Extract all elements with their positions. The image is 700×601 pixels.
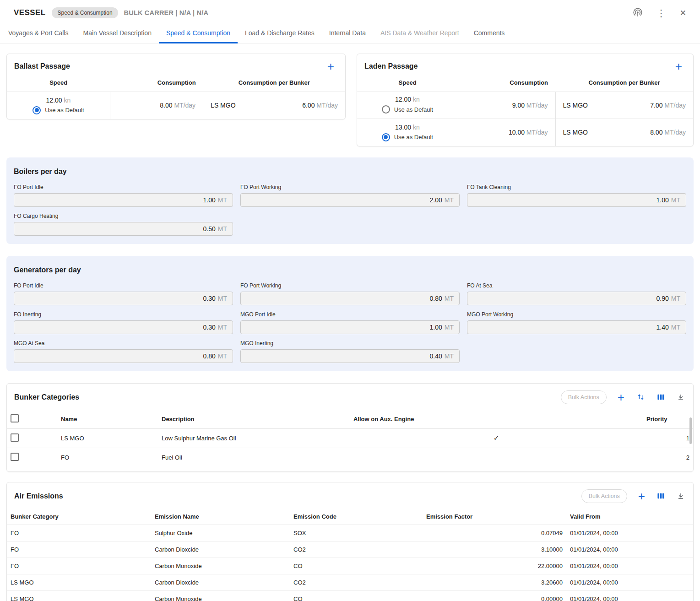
bulk-actions-button[interactable]: Bulk Actions [561,390,607,404]
generators-title: Generators per day [14,266,686,274]
columns-button[interactable] [656,392,666,402]
tab-internal-data[interactable]: Internal Data [322,23,373,43]
air-emission-row: LS MGO Carbon Monoxide CO 0.00000 01/01/… [7,590,693,601]
add-air-emission-button[interactable]: + [637,491,646,502]
use-as-default-radio[interactable]: Use as Default [382,133,433,141]
tab-speed-consumption[interactable]: Speed & Consumption [159,23,238,43]
select-all-checkbox[interactable] [11,414,19,422]
mgo-inerting-input[interactable]: 0.40 MT [240,349,460,363]
air-emission-row: FO Sulphur Oxide SOX 0.07049 01/01/2024,… [7,525,693,541]
radio-icon[interactable] [382,105,390,114]
field-fo-tank-cleaning: FO Tank Cleaning 1.00 MT [467,184,686,207]
column-header-valid-from: Valid From [566,509,693,525]
main-content: Ballast Passage + Speed Consumption Cons… [0,43,700,601]
bulk-actions-button[interactable]: Bulk Actions [581,489,627,503]
download-button[interactable] [676,491,686,501]
column-header-name: Name [57,410,158,429]
emission-valid-from: 01/01/2024, 00:00 [566,574,693,590]
column-header-consumption-per-bunker: Consumption per Bunker [555,76,693,92]
bunker-description: Fuel Oil [158,448,350,467]
field-mgo-at-sea: MGO At Sea 0.80 MT [14,340,233,363]
fo-tank-cleaning-input[interactable]: 1.00 MT [467,193,686,207]
field-fo-at-sea: FO At Sea 0.90 MT [467,282,686,305]
emission-valid-from: 01/01/2024, 00:00 [566,590,693,601]
field-fo-port-idle: FO Port Idle 1.00 MT [14,184,233,207]
field-fo-cargo-heating: FO Cargo Heating 0.50 MT [14,213,233,236]
air-emission-row: FO Carbon Monoxide CO 22.00000 01/01/202… [7,558,693,574]
tab-voyages-port-calls[interactable]: Voyages & Port Calls [1,23,76,43]
radio-icon[interactable] [382,133,390,141]
emission-name: Carbon Dioxcide [151,574,290,590]
add-bunker-category-button[interactable]: + [617,392,625,403]
mgo-at-sea-input[interactable]: 0.80 MT [14,349,233,363]
use-as-default-radio[interactable]: Use as Default [33,106,84,114]
emission-factor: 22.00000 [423,558,566,574]
fo-port-idle-input[interactable]: 0.30 MT [14,292,233,305]
bunker-name: LS MGO [563,129,588,136]
tab-ais-data-weather-report[interactable]: AIS Data & Weather Report [373,23,467,43]
emission-code: SOX [290,525,423,541]
emission-code: CO2 [290,574,423,590]
emission-code: CO [290,558,423,574]
emission-bunker-category: LS MGO [7,574,151,590]
row-checkbox[interactable] [11,433,19,442]
speed-value: 12.00 kn [357,96,458,103]
columns-icon [657,492,665,500]
emission-factor: 3.10000 [423,541,566,558]
fo-port-idle-input[interactable]: 1.00 MT [14,193,233,207]
page-title: VESSEL [14,8,45,17]
bunker-name: LS MGO [57,428,158,448]
fo-inerting-input[interactable]: 0.30 MT [14,320,233,334]
tab-comments[interactable]: Comments [467,23,512,43]
bunker-categories-title: Bunker Categories [14,393,79,401]
sort-button[interactable] [635,392,646,402]
emission-name: Sulphur Oxide [151,525,290,541]
column-header-priority: Priority [643,410,693,429]
kebab-menu-button[interactable]: ⋮ [656,7,667,19]
emission-factor: 0.00000 [423,590,566,601]
consumption-value: 10.00 MT/day [458,119,555,146]
field-mgo-port-idle: MGO Port Idle 1.00 MT [240,311,460,334]
fo-port-working-input[interactable]: 0.80 MT [240,292,460,305]
plus-icon: + [638,492,645,501]
columns-icon [657,393,665,401]
column-header-emission-name: Emission Name [151,509,290,525]
vessel-subtitle: BULK CARRER | N/A | N/A [124,9,209,16]
add-ballast-passage-button[interactable]: + [326,61,335,72]
use-as-default-radio[interactable]: Use as Default [382,105,433,114]
bunker-categories-toolbar: Bulk Actions + [561,390,686,404]
radio-label: Use as Default [45,107,84,114]
sort-icon [636,393,645,401]
bunker-value: 6.00 MT/day [302,102,338,109]
air-emissions-toolbar: Bulk Actions + [581,489,686,503]
speed-value: 13.00 kn [357,124,458,131]
air-emissions-title: Air Emissions [14,492,63,500]
broadcast-button[interactable] [632,7,644,19]
fo-cargo-heating-input[interactable]: 0.50 MT [14,222,233,236]
window-header: VESSEL Speed & Consumption BULK CARRER |… [0,0,700,23]
close-button[interactable]: ✕ [679,8,687,18]
tab-bar: Voyages & Port Calls Main Vessel Descrip… [0,23,700,43]
radio-label: Use as Default [394,134,433,141]
laden-passage-row: 12.00 kn Use as Default 9.00 MT/day [357,92,693,119]
mgo-port-working-input[interactable]: 1.40 MT [467,320,686,334]
row-checkbox[interactable] [11,453,19,461]
download-button[interactable] [676,392,686,402]
add-laden-passage-button[interactable]: + [674,61,683,72]
emission-code: CO [290,590,423,601]
column-header-consumption-per-bunker: Consumption per Bunker [203,76,345,92]
vertical-scrollbar[interactable] [689,417,692,444]
check-icon: ✓ [494,434,499,442]
columns-button[interactable] [656,491,666,501]
radio-icon[interactable] [33,106,41,114]
ballast-passage-card: Ballast Passage + Speed Consumption Cons… [6,54,346,119]
fo-at-sea-input[interactable]: 0.90 MT [467,292,686,305]
tab-main-vessel-description[interactable]: Main Vessel Description [76,23,159,43]
bunker-value: 8.00 MT/day [650,129,686,136]
context-badge: Speed & Consumption [52,7,118,18]
tab-load-discharge-rates[interactable]: Load & Discharge Rates [238,23,322,43]
column-header-speed: Speed [7,76,110,92]
mgo-port-idle-input[interactable]: 1.00 MT [240,320,460,334]
bunker-value: 7.00 MT/day [650,102,686,109]
fo-port-working-input[interactable]: 2.00 MT [240,193,460,207]
